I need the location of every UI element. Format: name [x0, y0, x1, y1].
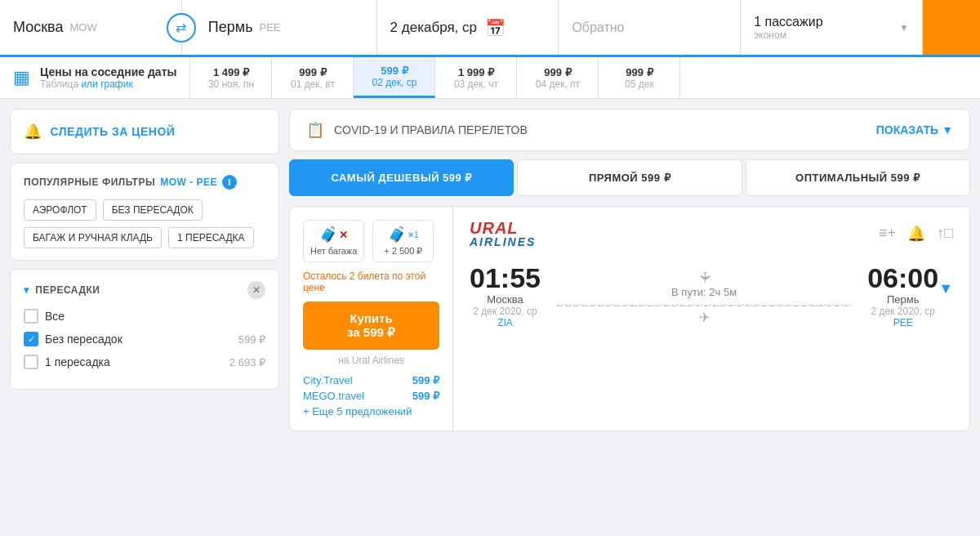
flight-card: 🧳 ✕ Нет багажа 🧳 ✕1 + 2 500 ₽ — [289, 206, 970, 431]
cabin-class: эконом — [754, 29, 822, 41]
transfer-option-all[interactable]: Все — [24, 309, 265, 324]
alert-icon[interactable]: 🔔 — [907, 225, 925, 243]
checkbox-all[interactable] — [24, 309, 38, 324]
tab-cheapest[interactable]: САМЫЙ ДЕШЕВЫЙ 599 ₽ — [289, 159, 514, 196]
flight-route: 01:55 Москва 2 дек 2020, ср ZIA ✈ В пути… — [470, 264, 953, 328]
price-calendar-sub: Таблица или график — [40, 78, 176, 90]
price-date-2[interactable]: 599 ₽ 02 дек, ср — [354, 57, 435, 98]
arrow-down-icon: ▾ — [24, 284, 29, 296]
with-bag-option[interactable]: 🧳 ✕1 + 2 500 ₽ — [372, 220, 434, 262]
origin-field[interactable]: Москва MOW ⇄ — [0, 0, 182, 55]
transfer-price-direct: 599 ₽ — [238, 333, 265, 346]
airline-header: URAL AIRLINES ≡+ 🔔 ↑□ — [470, 220, 953, 248]
agency-name-1[interactable]: MEGO.travel — [303, 390, 364, 402]
flight-info: URAL AIRLINES ≡+ 🔔 ↑□ 01:55 Москва — [453, 207, 969, 431]
search-button[interactable] — [923, 0, 980, 55]
filter-tag-1[interactable]: БЕЗ ПЕРЕСАДОК — [103, 199, 203, 221]
transfer-label-direct: Без пересадок — [45, 333, 122, 346]
flight-departure: 01:55 Москва 2 дек 2020, ср ZIA — [470, 264, 541, 328]
transfer-option-1stop[interactable]: 1 пересадка 2 693 ₽ — [24, 355, 265, 369]
price-date-4[interactable]: 999 ₽ 04 дек, пт — [517, 57, 599, 98]
swap-button[interactable]: ⇄ — [167, 13, 196, 42]
checkbox-direct[interactable]: ✓ — [24, 332, 38, 346]
agency-name-0[interactable]: City.Travel — [303, 374, 353, 386]
transfers-header: ▾ ПЕРЕСАДКИ ✕ — [24, 281, 265, 299]
popular-filters-section: ПОПУЛЯРНЫЕ ФИЛЬТРЫ MOW - PEE i АЭРОФЛОТ … — [10, 163, 279, 261]
share-icon[interactable]: ↑□ — [937, 225, 953, 243]
chevron-down-icon: ▼ — [942, 123, 953, 136]
flight-line — [557, 305, 851, 306]
flight-duration: В пути: 2ч 5м — [671, 286, 737, 298]
x-mark-icon: ✕ — [339, 229, 348, 241]
filter-tabs: САМЫЙ ДЕШЕВЫЙ 599 ₽ ПРЯМОЙ 599 ₽ ОПТИМАЛ… — [289, 159, 970, 196]
filter-tag-0[interactable]: АЭРОФЛОТ — [24, 199, 96, 221]
expand-button[interactable]: ▼ — [938, 280, 953, 297]
checkbox-1stop[interactable] — [24, 355, 38, 369]
passengers-count: 1 пассажир — [754, 15, 822, 29]
transfer-option-direct[interactable]: ✓ Без пересадок 599 ₽ — [24, 332, 265, 346]
departure-city: Москва — [470, 293, 541, 306]
agency-item-0: City.Travel 599 ₽ — [303, 374, 439, 386]
departure-date-field[interactable]: 2 декабря, ср 📅 — [377, 0, 559, 55]
price-date-1[interactable]: 999 ₽ 01 дек, вт — [272, 57, 354, 98]
arrival-airport: PEE — [867, 317, 938, 328]
calendar-icon[interactable]: 📅 — [485, 18, 506, 38]
arrival-date: 2 дек 2020, ср — [867, 306, 938, 317]
no-bag-label: Нет багажа — [310, 246, 357, 256]
more-offers-button[interactable]: + Еще 5 предложений — [303, 405, 439, 418]
destination-code: PEE — [260, 21, 281, 34]
sidebar: 🔔 СЛЕДИТЬ ЗА ЦЕНОЙ ПОПУЛЯРНЫЕ ФИЛЬТРЫ MO… — [10, 109, 279, 431]
passengers-field[interactable]: 1 пассажир эконом ▼ — [741, 0, 923, 55]
remaining-notice: Осталось 2 билета по этой цене — [303, 270, 439, 293]
covid-left: 📋 COVID-19 И ПРАВИЛА ПЕРЕЛЕТОВ — [306, 121, 528, 139]
content-area: 📋 COVID-19 И ПРАВИЛА ПЕРЕЛЕТОВ ПОКАЗАТЬ … — [289, 109, 970, 431]
calendar-grid-icon: ▦ — [13, 67, 30, 88]
filter-tag-3[interactable]: 1 ПЕРЕСАДКА — [168, 227, 254, 248]
plane-arr-icon: ✈ — [699, 310, 710, 325]
transfers-title: ▾ ПЕРЕСАДКИ — [24, 284, 100, 296]
route-label: MOW - PEE — [160, 176, 217, 188]
bag-check-icon: ✕1 — [408, 230, 419, 239]
covid-banner: 📋 COVID-19 И ПРАВИЛА ПЕРЕЛЕТОВ ПОКАЗАТЬ … — [289, 109, 970, 151]
sort-icon[interactable]: ≡+ — [879, 225, 896, 243]
airline-logo: URAL AIRLINES — [470, 220, 536, 248]
transfer-label-all: Все — [45, 310, 65, 323]
origin-code: MOW — [69, 21, 96, 34]
show-covid-button[interactable]: ПОКАЗАТЬ ▼ — [876, 123, 953, 136]
return-date-field[interactable]: Обратно — [559, 0, 741, 55]
price-date-5[interactable]: 999 ₽ 05 дек — [599, 57, 680, 98]
chart-link[interactable]: или график — [81, 78, 132, 90]
plane-icon: ✈ — [695, 270, 713, 283]
filter-tags: АЭРОФЛОТ БЕЗ ПЕРЕСАДОК БАГАЖ И РУЧНАЯ КЛ… — [24, 199, 265, 248]
buy-on-label: на Ural Airlines — [303, 355, 439, 366]
booking-panel: 🧳 ✕ Нет багажа 🧳 ✕1 + 2 500 ₽ — [290, 207, 453, 431]
no-bag-option[interactable]: 🧳 ✕ Нет багажа — [303, 220, 364, 262]
origin-city: Москва — [13, 19, 63, 36]
buy-button[interactable]: Купить за 599 ₽ — [303, 302, 439, 350]
price-date-0[interactable]: 1 499 ₽ 30 ноя, пн — [190, 57, 272, 98]
airline-name-1: URAL — [470, 220, 536, 236]
chevron-down-icon: ▼ — [899, 22, 909, 34]
tab-optimal[interactable]: ОПТИМАЛЬНЫЙ 599 ₽ — [746, 159, 970, 196]
price-calendar: ▦ Цены на соседние даты Таблица или граф… — [0, 57, 980, 99]
tab-direct[interactable]: ПРЯМОЙ 599 ₽ — [517, 159, 742, 196]
filter-tag-2[interactable]: БАГАЖ И РУЧНАЯ КЛАДЬ — [24, 227, 162, 248]
departure-date: 2 дек 2020, ср — [470, 306, 541, 317]
return-placeholder: Обратно — [572, 20, 624, 35]
clear-transfers-button[interactable]: ✕ — [247, 281, 265, 299]
transfer-price-1stop: 2 693 ₽ — [229, 356, 265, 368]
bell-icon: 🔔 — [24, 123, 42, 141]
price-calendar-label: ▦ Цены на соседние даты Таблица или граф… — [0, 57, 190, 98]
flight-card-top: 🧳 ✕ Нет багажа 🧳 ✕1 + 2 500 ₽ — [290, 207, 969, 431]
bag-icon: 🧳 — [319, 226, 337, 243]
destination-field[interactable]: Пермь PEE — [182, 0, 377, 55]
info-icon: i — [222, 175, 237, 190]
bag-with-icon: 🧳 — [388, 226, 406, 243]
price-calendar-title: Цены на соседние даты — [40, 65, 176, 78]
arrival-time: 06:00 — [867, 264, 938, 292]
destination-city: Пермь — [208, 19, 253, 36]
price-date-3[interactable]: 1 999 ₽ 03 дек, чт — [435, 57, 517, 98]
search-bar: Москва MOW ⇄ Пермь PEE 2 декабря, ср 📅 О… — [0, 0, 980, 57]
track-price-button[interactable]: 🔔 СЛЕДИТЬ ЗА ЦЕНОЙ — [10, 109, 279, 154]
arrival-city: Пермь — [867, 293, 938, 306]
